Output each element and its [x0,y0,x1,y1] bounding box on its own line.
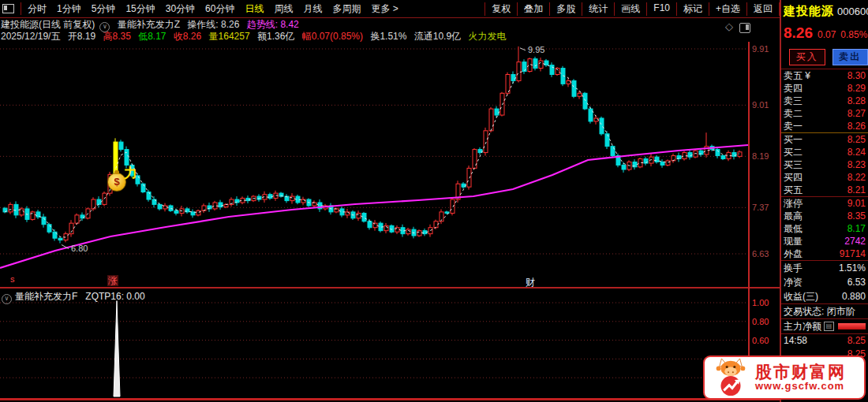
stat-label: 最高 [784,210,803,222]
menu-separator [21,2,21,15]
chart-title: 建投能源(日线 前复权) [1,19,95,30]
stat-value: 6.53 [847,276,866,288]
price-axis-line [748,42,750,399]
signal-marker-s: s [10,274,15,284]
stat-value: 91714 [840,248,866,260]
period-tab-1[interactable]: 1分钟 [57,2,81,16]
tool-item-3[interactable]: 统计 [582,2,614,16]
sub-y-label: 1.00 [752,298,769,307]
stat-row: 涨停9.01 [781,197,868,210]
sell-level-row[interactable]: 卖三8.28 [781,95,868,107]
period-tab-4[interactable]: 30分钟 [166,2,195,16]
trade-status: 交易状态: 闭市阶 [781,304,868,318]
sell-button[interactable]: 卖出 [832,49,868,65]
level-price: 8.26 [847,120,866,132]
tool-item-5[interactable]: F10 [646,2,676,16]
high-value: 高8.35 [103,31,130,42]
level-price: 8.23 [847,158,866,171]
period-tab-9[interactable]: 多周期 [332,2,361,16]
stat-value: 0.880 [842,290,866,303]
level-price: 8.21 [847,184,866,196]
buy-level-row[interactable]: 买四8.22 [781,171,868,184]
buy-levels: 买一8.25买二8.24买三8.23买四8.22买五8.21 [781,133,868,196]
tick-row: 14:588.25 [781,334,868,348]
indicator-header: ∨量能补充发力FZQTP16: 0.00 [2,290,145,304]
float-cap-value: 流通10.9亿 [414,31,461,42]
sell-level-row[interactable]: 卖一8.26 [781,120,868,132]
stat-row: 换手1.51% [781,261,868,275]
stat-value: 9.01 [847,197,866,210]
stat-row: 最高8.35 [781,210,868,222]
low-annotation: 6.80 [71,244,88,253]
period-tab-8[interactable]: 月线 [303,2,322,16]
sell-level-row[interactable]: 卖四8.29 [781,82,868,95]
sub-y-label: 0.80 [752,317,769,326]
date-value: 2025/12/19/五 [1,31,60,42]
level-label: 买五 [784,184,803,196]
last-price: 8.26 [784,24,813,42]
buy-level-row[interactable]: 买二8.24 [781,146,868,158]
op-line-value: 操作线: 8.26 [187,19,239,30]
turnover-value: 换1.51% [370,31,406,42]
top-menu-bar: 分时1分钟5分钟15分钟30分钟60分钟日线周线月线多周期更多 > 复权叠加多股… [0,0,780,18]
main-candle-chart[interactable]: 9.956.80 [0,42,748,288]
diamond-icon[interactable]: ◇ [725,20,733,32]
stat-rows2: 换手1.51%净资6.53收益(三)0.880 [781,261,868,303]
sell-level-row[interactable]: 卖五 ¥8.30 [781,69,868,82]
period-tab-10[interactable]: 更多 > [371,2,398,16]
indicator-value: ZQTP16: 0.00 [85,291,144,302]
tool-item-1[interactable]: 叠加 [517,2,549,16]
stock-code: 000600 [837,6,868,17]
price-change-pct: 0.85% [840,29,867,40]
indicator-spike [114,301,120,396]
sell-level-row[interactable]: 卖二8.27 [781,107,868,120]
stat-value: 1.51% [839,262,866,274]
logo-text: 股市财富网 www.gscfw.com [755,363,846,392]
indicator-title[interactable]: 量能补充发力F [15,291,77,302]
layout-window-icon[interactable] [2,4,14,13]
tool-item-6[interactable]: 标记 [676,2,709,16]
main-y-label: 9.01 [752,100,769,110]
level-price: 8.24 [847,146,866,158]
buy-level-row[interactable]: 买一8.25 [781,133,868,146]
stat-label: 涨停 [784,197,803,210]
indicator-name[interactable]: 量能补充发力Z [118,19,180,30]
level-label: 卖二 [784,107,803,120]
buy-button[interactable]: 买入 [789,49,825,65]
tool-item-7[interactable]: +自选 [709,2,746,16]
trade-buttons: 买入 卖出 [781,45,868,69]
change-value: 幅0.07(0.85%) [302,31,363,42]
indicator-chart[interactable] [0,288,748,398]
level-label: 买四 [784,171,803,184]
level-price: 8.25 [847,133,866,146]
tool-item-8[interactable]: 返回 [746,2,780,16]
tool-item-0[interactable]: 复权 [485,2,517,16]
stat-value: 8.35 [847,210,866,222]
main-net-bar [838,323,866,329]
period-tab-6[interactable]: 日线 [245,2,264,16]
period-tab-3[interactable]: 15分钟 [125,2,155,16]
price-row: 8.26 0.07 0.85% [781,24,868,45]
period-tab-0[interactable]: 分时 [28,2,47,16]
stat-row: 最低8.17 [781,222,868,235]
buy-level-row[interactable]: 买三8.23 [781,158,868,171]
split-screen-icon[interactable] [739,23,750,33]
buy-level-row[interactable]: 买五8.21 [781,184,868,196]
collapse-chevron-icon[interactable]: ∨ [2,294,12,304]
level-label: 买三 [784,158,803,171]
period-tab-7[interactable]: 周线 [274,2,293,16]
period-tab-2[interactable]: 5分钟 [92,2,116,16]
main-net-row[interactable]: 主力净额 ▤ [781,319,868,333]
tick-time: 14:58 [784,334,807,348]
sub-y-label: 0.60 [752,336,769,345]
bull-mascot-icon [710,357,751,398]
stat-row: 现量2742 [781,235,868,248]
open-value: 开8.19 [68,31,95,42]
tool-item-4[interactable]: 画线 [614,2,646,16]
level-label: 卖三 [784,95,803,107]
period-tab-5[interactable]: 60分钟 [205,2,234,16]
tool-item-2[interactable]: 多股 [549,2,582,16]
level-label: 卖四 [784,82,803,95]
level-price: 8.27 [847,107,866,120]
stat-row: 收益(三)0.880 [781,289,868,303]
